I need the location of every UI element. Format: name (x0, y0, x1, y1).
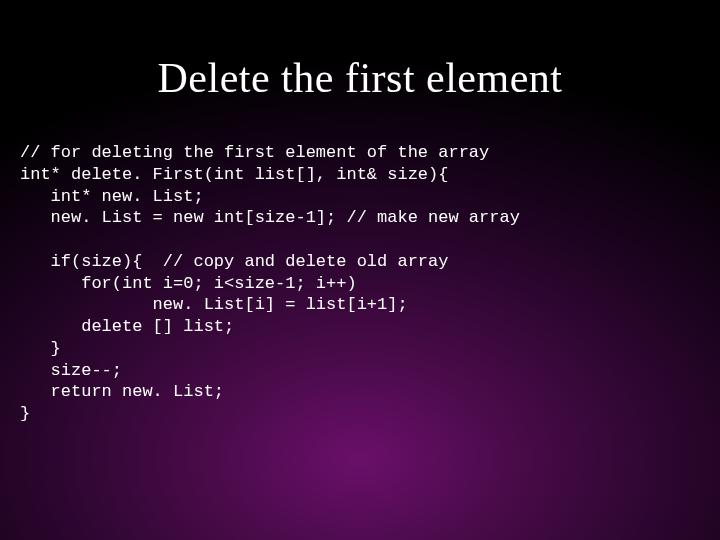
code-line: int* delete. First(int list[], int& size… (20, 165, 448, 184)
code-line: if(size){ // copy and delete old array (20, 252, 448, 271)
code-line: size--; (20, 361, 122, 380)
code-line: int* new. List; (20, 187, 204, 206)
slide: Delete the first element // for deleting… (0, 0, 720, 540)
code-line: // for deleting the first element of the… (20, 143, 489, 162)
code-line: new. List[i] = list[i+1]; (20, 295, 408, 314)
slide-title: Delete the first element (0, 0, 720, 102)
code-line: for(int i=0; i<size-1; i++) (20, 274, 357, 293)
code-line: } (20, 404, 30, 423)
code-line: delete [] list; (20, 317, 234, 336)
code-line: new. List = new int[size-1]; // make new… (20, 208, 520, 227)
code-block: // for deleting the first element of the… (20, 142, 520, 425)
code-line: } (20, 339, 61, 358)
code-line: return new. List; (20, 382, 224, 401)
